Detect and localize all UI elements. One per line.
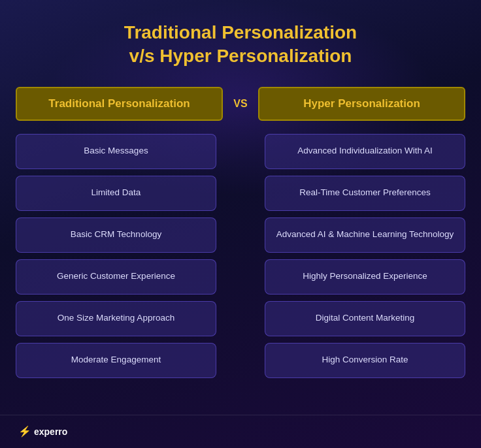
- traditional-item: One Size Marketing Approach: [16, 301, 216, 336]
- comparison-table: Traditional Personalization VS Hyper Per…: [16, 87, 465, 378]
- footer: ⚡ experro: [18, 425, 67, 438]
- traditional-item: Moderate Engagement: [16, 343, 216, 378]
- traditional-item: Generic Customer Experience: [16, 259, 216, 295]
- hyper-column: Advanced Individualization With AIReal-T…: [265, 134, 465, 378]
- traditional-column: Basic MessagesLimited DataBasic CRM Tech…: [16, 134, 216, 378]
- vs-badge: VS: [223, 98, 258, 110]
- hyper-item: Real-Time Customer Preferences: [265, 176, 465, 211]
- header-row: Traditional Personalization VS Hyper Per…: [16, 87, 465, 121]
- brand-name: experro: [34, 426, 67, 437]
- title-line2: v/s Hyper Personalization: [129, 46, 352, 66]
- title-vs-prefix: v/s: [129, 46, 160, 66]
- hyper-item: Digital Content Marketing: [265, 301, 465, 336]
- brand-icon: ⚡: [18, 425, 31, 438]
- brand-logo: ⚡ experro: [18, 425, 67, 438]
- traditional-item: Basic CRM Technology: [16, 217, 216, 253]
- rows-container: Basic MessagesLimited DataBasic CRM Tech…: [16, 134, 465, 378]
- footer-divider: [0, 415, 481, 415]
- traditional-item: Basic Messages: [16, 134, 216, 169]
- title-hyper: Hyper Personalization: [159, 46, 352, 66]
- hyper-item: Advanced Individualization With AI: [265, 134, 465, 169]
- title-line1: Traditional Personalization: [124, 22, 357, 42]
- hyper-item: High Conversion Rate: [265, 343, 465, 378]
- traditional-item: Limited Data: [16, 176, 216, 211]
- traditional-header: Traditional Personalization: [16, 87, 223, 121]
- page-title: Traditional Personalization v/s Hyper Pe…: [124, 21, 357, 69]
- hyper-item: Advanced AI & Machine Learning Technolog…: [265, 217, 465, 253]
- hyper-item: Highly Personalized Experience: [265, 259, 465, 295]
- hyper-header: Hyper Personalization: [258, 87, 465, 121]
- vs-spacer: [223, 134, 258, 378]
